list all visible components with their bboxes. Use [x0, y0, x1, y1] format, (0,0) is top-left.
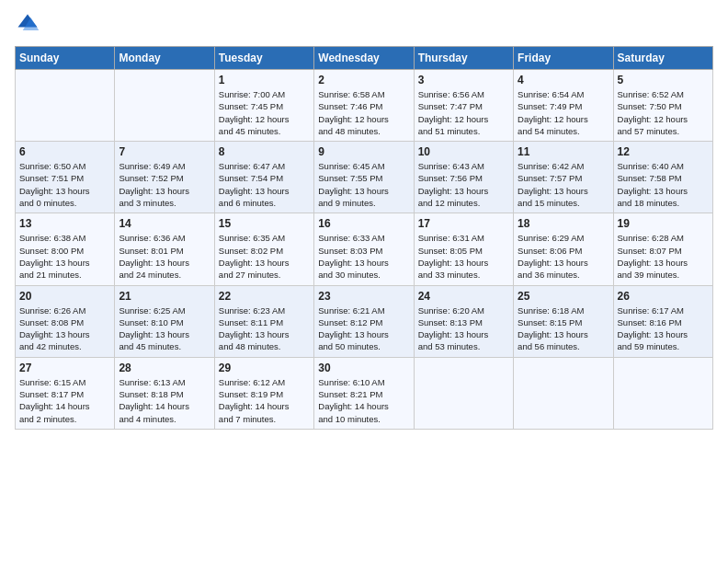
calendar-cell: 20Sunrise: 6:26 AMSunset: 8:08 PMDayligh… [16, 285, 115, 357]
cell-line: Sunrise: 6:50 AM [19, 160, 110, 172]
cell-line: and 57 minutes. [618, 125, 709, 137]
calendar-table: SundayMondayTuesdayWednesdayThursdayFrid… [15, 46, 713, 430]
header-cell-sunday: Sunday [16, 47, 115, 70]
cell-line: and 53 minutes. [418, 340, 509, 352]
cell-line: Daylight: 13 hours [618, 185, 709, 197]
day-number: 24 [418, 290, 509, 303]
cell-line: Sunrise: 6:40 AM [618, 160, 709, 172]
cell-line: Sunrise: 6:17 AM [618, 304, 709, 316]
cell-line: and 45 minutes. [219, 125, 310, 137]
cell-line: and 2 minutes. [19, 413, 110, 425]
cell-line: Daylight: 13 hours [219, 257, 310, 269]
cell-line: Daylight: 13 hours [219, 328, 310, 340]
cell-line: Daylight: 13 hours [119, 257, 210, 269]
calendar-cell: 2Sunrise: 6:58 AMSunset: 7:46 PMDaylight… [314, 70, 414, 142]
cell-line: Sunrise: 6:25 AM [119, 304, 210, 316]
cell-line: Sunrise: 6:52 AM [618, 88, 709, 100]
cell-line: and 6 minutes. [219, 197, 310, 209]
calendar-cell: 18Sunrise: 6:29 AMSunset: 8:06 PMDayligh… [514, 213, 613, 285]
calendar-cell [16, 70, 115, 142]
calendar-cell: 16Sunrise: 6:33 AMSunset: 8:03 PMDayligh… [314, 213, 414, 285]
cell-line: Daylight: 14 hours [119, 400, 210, 412]
calendar-cell: 13Sunrise: 6:38 AMSunset: 8:00 PMDayligh… [16, 213, 115, 285]
header [15, 11, 713, 37]
calendar-cell: 25Sunrise: 6:18 AMSunset: 8:15 PMDayligh… [514, 285, 613, 357]
cell-line: Sunset: 8:08 PM [19, 316, 110, 328]
day-number: 30 [318, 362, 409, 374]
header-cell-wednesday: Wednesday [314, 47, 414, 70]
cell-line: Daylight: 13 hours [19, 328, 110, 340]
day-number: 18 [518, 217, 609, 230]
day-number: 15 [219, 217, 310, 230]
cell-line: and 18 minutes. [618, 197, 709, 209]
cell-line: Daylight: 13 hours [318, 185, 409, 197]
cell-line: Sunset: 7:55 PM [318, 172, 409, 184]
cell-line: Sunset: 8:05 PM [418, 245, 509, 257]
cell-line: Sunrise: 6:56 AM [418, 88, 509, 100]
cell-line: Daylight: 13 hours [318, 257, 409, 269]
header-cell-saturday: Saturday [613, 47, 712, 70]
header-row: SundayMondayTuesdayWednesdayThursdayFrid… [16, 47, 713, 70]
cell-line: Sunset: 7:52 PM [119, 172, 210, 184]
cell-line: Daylight: 13 hours [418, 328, 509, 340]
calendar-cell: 26Sunrise: 6:17 AMSunset: 8:16 PMDayligh… [613, 285, 712, 357]
cell-line: and 24 minutes. [119, 269, 210, 281]
cell-line: Daylight: 13 hours [318, 328, 409, 340]
day-number: 3 [418, 74, 509, 86]
cell-line: Sunset: 7:49 PM [518, 100, 609, 112]
calendar-cell: 10Sunrise: 6:43 AMSunset: 7:56 PMDayligh… [414, 142, 513, 213]
calendar-cell: 23Sunrise: 6:21 AMSunset: 8:12 PMDayligh… [314, 285, 414, 357]
cell-line: Daylight: 13 hours [618, 257, 709, 269]
cell-line: Sunrise: 6:15 AM [19, 376, 110, 388]
day-number: 13 [19, 217, 110, 230]
cell-line: and 27 minutes. [219, 269, 310, 281]
cell-line: and 50 minutes. [318, 340, 409, 352]
day-number: 22 [219, 290, 310, 303]
cell-line: Sunrise: 6:31 AM [418, 232, 509, 244]
calendar-cell: 17Sunrise: 6:31 AMSunset: 8:05 PMDayligh… [414, 213, 513, 285]
cell-line: Sunrise: 6:12 AM [219, 376, 310, 388]
page: SundayMondayTuesdayWednesdayThursdayFrid… [0, 0, 728, 563]
header-cell-monday: Monday [115, 47, 214, 70]
calendar-cell: 19Sunrise: 6:28 AMSunset: 8:07 PMDayligh… [613, 213, 712, 285]
week-row-3: 13Sunrise: 6:38 AMSunset: 8:00 PMDayligh… [16, 213, 713, 285]
header-cell-friday: Friday [514, 47, 613, 70]
cell-line: Sunset: 7:50 PM [618, 100, 709, 112]
calendar-cell: 9Sunrise: 6:45 AMSunset: 7:55 PMDaylight… [314, 142, 414, 213]
cell-line: and 56 minutes. [518, 340, 609, 352]
day-number: 20 [19, 290, 110, 303]
calendar-cell [613, 357, 712, 429]
day-number: 17 [418, 217, 509, 230]
day-number: 9 [318, 145, 409, 158]
day-number: 16 [318, 217, 409, 230]
cell-line: Daylight: 13 hours [518, 185, 609, 197]
cell-line: Sunrise: 6:54 AM [518, 88, 609, 100]
day-number: 6 [19, 145, 110, 158]
cell-line: Sunset: 7:58 PM [618, 172, 709, 184]
cell-line: and 30 minutes. [318, 269, 409, 281]
cell-line: Sunset: 8:02 PM [219, 245, 310, 257]
cell-line: Sunset: 8:07 PM [618, 245, 709, 257]
cell-line: Daylight: 13 hours [219, 185, 310, 197]
calendar-cell: 7Sunrise: 6:49 AMSunset: 7:52 PMDaylight… [115, 142, 214, 213]
cell-line: Daylight: 14 hours [318, 400, 409, 412]
calendar-cell: 22Sunrise: 6:23 AMSunset: 8:11 PMDayligh… [214, 285, 313, 357]
day-number: 27 [19, 362, 110, 374]
calendar-header: SundayMondayTuesdayWednesdayThursdayFrid… [16, 47, 713, 70]
calendar-cell [414, 357, 513, 429]
cell-line: Sunset: 8:06 PM [518, 245, 609, 257]
cell-line: Sunrise: 6:33 AM [318, 232, 409, 244]
cell-line: Sunrise: 6:36 AM [119, 232, 210, 244]
cell-line: Sunset: 8:00 PM [19, 245, 110, 257]
cell-line: Daylight: 13 hours [518, 257, 609, 269]
cell-line: Sunrise: 6:45 AM [318, 160, 409, 172]
cell-line: Sunrise: 6:43 AM [418, 160, 509, 172]
cell-line: Sunset: 8:13 PM [418, 316, 509, 328]
logo-icon [15, 11, 40, 37]
cell-line: Sunset: 7:51 PM [19, 172, 110, 184]
cell-line: Sunrise: 6:42 AM [518, 160, 609, 172]
cell-line: Sunrise: 6:58 AM [318, 88, 409, 100]
day-number: 29 [219, 362, 310, 374]
calendar-cell: 11Sunrise: 6:42 AMSunset: 7:57 PMDayligh… [514, 142, 613, 213]
cell-line: Daylight: 13 hours [119, 328, 210, 340]
